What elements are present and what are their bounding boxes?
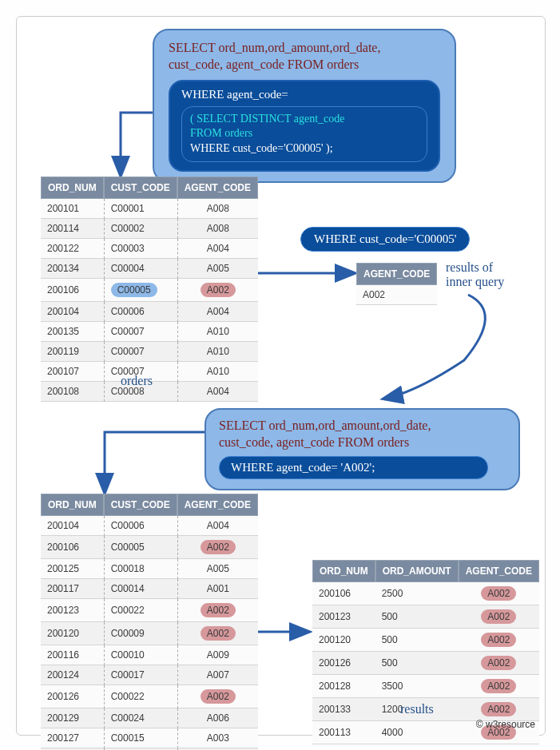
subquery-line1: ( SELECT DISTINCT agent_code <box>190 113 345 125</box>
table-row: 200123C00022A002 <box>41 599 258 622</box>
inner-query-label: results of inner query <box>446 260 504 289</box>
table-row: 200104C00006A004 <box>41 516 258 536</box>
main-where-box: WHERE agent_code= ( SELECT DISTINCT agen… <box>169 80 440 173</box>
col-ord-amount: ORD_AMOUNT <box>375 560 459 582</box>
second-select: SELECT ord_num,ord_amount,ord_date, cust… <box>219 418 506 451</box>
col-cust-code: CUST_CODE <box>104 494 177 516</box>
subquery-line3: WHERE cust_code='C00005' ); <box>190 141 419 157</box>
main-query-box: SELECT ord_num,ord_amount,ord_date, cust… <box>153 29 456 183</box>
col-ord-num: ORD_NUM <box>41 494 104 516</box>
agent-header: AGENT_CODE <box>356 263 437 285</box>
table-row: 200119C00007A010 <box>41 342 258 362</box>
subquery-line2: FROM orders <box>190 127 252 139</box>
results-table: ORD_NUM ORD_AMOUNT AGENT_CODE 2001062500… <box>312 560 539 744</box>
col-ord-num: ORD_NUM <box>312 560 375 582</box>
col-cust-code: CUST_CODE <box>104 177 177 199</box>
second-where: WHERE agent_code= 'A002'; <box>219 456 488 479</box>
col-ord-num: ORD_NUM <box>41 177 104 199</box>
orders-label: orders <box>121 374 153 388</box>
table-row: 200127C00015A003 <box>41 728 258 748</box>
table-row: 200125C00018A005 <box>41 559 258 579</box>
table-row: 200101C00001A008 <box>41 199 258 219</box>
table-row: 200106C00005A002 <box>41 279 258 302</box>
table-row: 200135C00007A010 <box>41 322 258 342</box>
where-agent-code: WHERE agent_code= <box>181 88 427 101</box>
col-agent-code: AGENT_CODE <box>177 494 258 516</box>
where-cust-pill: WHERE cust_code='C00005' <box>300 227 470 252</box>
col-agent-code: AGENT_CODE <box>177 177 258 199</box>
orders-table-filtered: ORD_NUM CUST_CODE AGENT_CODE 200104C0000… <box>41 494 258 750</box>
table-row: 200134C00004A005 <box>41 259 258 279</box>
table-row: 200129C00024A006 <box>41 708 258 728</box>
table-row: 200117C00014A001 <box>41 579 258 599</box>
subquery-box: ( SELECT DISTINCT agent_code FROM orders… <box>181 106 427 163</box>
table-row: 200116C00010A009 <box>41 645 258 665</box>
results-label: results <box>400 702 434 716</box>
table-header-row: ORD_NUM ORD_AMOUNT AGENT_CODE <box>312 560 539 582</box>
diagram-container: SELECT ord_num,ord_amount,ord_date, cust… <box>16 16 546 736</box>
table-row: 200104C00006A004 <box>41 302 258 322</box>
second-query-box: SELECT ord_num,ord_amount,ord_date, cust… <box>205 408 520 490</box>
orders-table: ORD_NUM CUST_CODE AGENT_CODE 200101C0000… <box>41 177 258 402</box>
table-row: 200120C00009A002 <box>41 622 258 645</box>
table-row: 200123500A002 <box>312 605 539 629</box>
table-row: 200126C00022A002 <box>41 685 258 708</box>
table-row: 200120500A002 <box>312 629 539 652</box>
table-header-row: ORD_NUM CUST_CODE AGENT_CODE <box>41 177 258 199</box>
table-row: 200126500A002 <box>312 652 539 675</box>
main-select: SELECT ord_num,ord_amount,ord_date, cust… <box>169 40 440 73</box>
table-row: 200122C00003A004 <box>41 239 258 259</box>
table-row: 2001062500A002 <box>312 582 539 605</box>
table-row: 200114C00002A008 <box>41 219 258 239</box>
col-agent-code: AGENT_CODE <box>459 560 539 582</box>
footer-credit: © w3resource <box>476 719 535 730</box>
table-row: 200124C00017A007 <box>41 665 258 685</box>
table-row: 200106C00005A002 <box>41 536 258 559</box>
inner-query-result-table: AGENT_CODE A002 <box>356 263 437 305</box>
table-row: A002 <box>356 285 437 305</box>
table-row: 2001283500A002 <box>312 675 539 698</box>
table-header-row: ORD_NUM CUST_CODE AGENT_CODE <box>41 494 258 516</box>
